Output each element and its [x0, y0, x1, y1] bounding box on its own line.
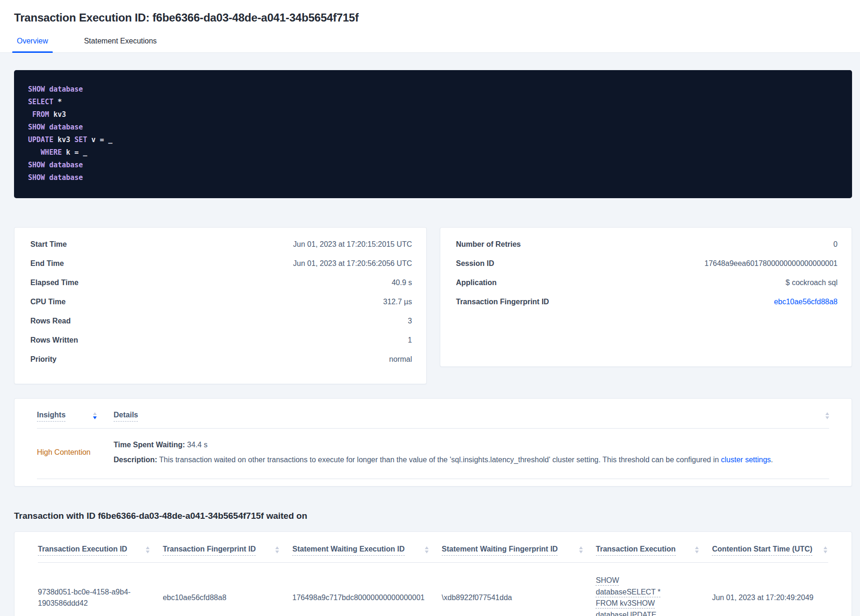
cell-stmt_waiting_fingerprint_id: \xdb8922f077541dda: [442, 575, 596, 616]
cell-txn_execution_id: 9738d051-bc0e-4158-a9b4-1903586ddd42: [38, 575, 163, 616]
time-spent-waiting-value: 34.4 s: [185, 441, 208, 449]
insights-table-header: Insights Details: [37, 399, 829, 429]
sql-line: FROM kv3: [28, 108, 839, 121]
summary-value: 1: [408, 336, 412, 344]
insights-card: Insights Details High Contention Time Sp…: [14, 398, 852, 487]
sql-text: [70, 136, 74, 144]
sort-down-icon: [695, 551, 699, 553]
summary-value: 0: [833, 240, 838, 249]
summary-label: CPU Time: [30, 298, 65, 306]
sql-line: WHERE k = _: [28, 146, 839, 159]
cell-transaction_execution: SHOW databaseSELECT * FROM kv3SHOW datab…: [596, 575, 712, 616]
column-header-stmt_waiting_fingerprint_id[interactable]: Statement Waiting Fingerprint ID: [442, 545, 596, 556]
summary-row: End TimeJun 01, 2023 at 17:20:56:2056 UT…: [30, 259, 412, 279]
summary-value: $ cockroach sql: [786, 279, 838, 287]
column-header-label: Statement Waiting Fingerprint ID: [442, 545, 558, 556]
tab-overview[interactable]: Overview: [17, 37, 48, 52]
sort-down-icon: [93, 416, 97, 419]
sort-up-icon: [695, 546, 699, 549]
cell-txn_fingerprint_id: ebc10ae56cfd88a8: [163, 575, 292, 616]
waited-table-header: Transaction Execution IDTransaction Fing…: [38, 532, 828, 563]
sql-line: SHOW database: [28, 83, 839, 96]
sort-down-icon: [425, 551, 429, 553]
column-header-label: Statement Waiting Execution ID: [292, 545, 404, 556]
sql-keyword: SHOW: [28, 173, 45, 182]
description-label: Description:: [114, 456, 157, 464]
insight-type-label: High Contention: [37, 448, 114, 457]
sort-arrows-icon: [275, 546, 279, 553]
sql-text: k: [66, 148, 70, 157]
column-header-label: Transaction Execution ID: [38, 545, 127, 556]
main-content: SHOW databaseSELECT * FROM kv3SHOW datab…: [0, 53, 860, 616]
sql-text: [49, 110, 53, 119]
summary-value: 40.9 s: [392, 279, 412, 287]
sort-down-icon: [825, 416, 829, 419]
column-header-transaction_execution[interactable]: Transaction Execution: [596, 545, 712, 556]
cell-stmt_waiting_execution_id: 176498a9c717bdc80000000000000001: [292, 575, 442, 616]
cell-text: ebc10ae56cfd88a8: [163, 592, 226, 604]
column-header-label: Insights: [37, 411, 65, 422]
column-header-txn_execution_id[interactable]: Transaction Execution ID: [38, 545, 163, 556]
cell-text: 176498a9c717bdc80000000000000001: [292, 592, 424, 604]
cell-text: \xdb8922f077541dda: [442, 592, 512, 604]
summary-card-right: Number of Retries0Session ID17648a9eea60…: [440, 227, 853, 367]
sort-up-icon: [825, 412, 829, 415]
sort-arrows-icon[interactable]: [825, 412, 829, 419]
sort-arrows-icon: [146, 546, 150, 553]
sql-keyword: UPDATE: [28, 136, 53, 144]
cell-text: Jun 01, 2023 at 17:20:49:2049: [712, 592, 813, 604]
page-header: Transaction Execution ID: f6be6366-da03-…: [0, 0, 860, 53]
column-header-contention_start_time[interactable]: Contention Start Time (UTC): [712, 545, 828, 556]
summary-label: Rows Written: [30, 336, 78, 344]
cell-text: 9738d051-bc0e-4158-a9b4-1903586ddd42: [38, 587, 150, 610]
summary-cards-row: Start TimeJun 01, 2023 at 17:20:15:2015 …: [14, 227, 852, 384]
column-header-txn_fingerprint_id[interactable]: Transaction Fingerprint ID: [163, 545, 292, 556]
sql-keyword: WHERE: [41, 148, 62, 157]
summary-row: Rows Written1: [30, 336, 412, 355]
tab-statement-executions[interactable]: Statement Executions: [84, 37, 157, 52]
sql-text: [53, 136, 57, 144]
summary-label: Priority: [30, 355, 57, 364]
description-text: This transaction waited on other transac…: [157, 456, 721, 464]
sql-text: kv3: [53, 110, 66, 119]
table-row: 9738d051-bc0e-4158-a9b4-1903586ddd42ebc1…: [38, 563, 828, 616]
sql-keyword: SET: [74, 136, 87, 144]
sql-line: SHOW database: [28, 172, 839, 184]
sql-text: [28, 110, 32, 119]
summary-value: normal: [389, 355, 412, 364]
sort-arrows-icon: [425, 546, 429, 553]
transaction-fingerprint-link[interactable]: ebc10ae56cfd88a8: [774, 298, 838, 306]
column-header-stmt_waiting_execution_id[interactable]: Statement Waiting Execution ID: [292, 545, 442, 556]
time-spent-waiting-label: Time Spent Waiting:: [114, 441, 185, 449]
sql-text: [45, 173, 49, 182]
summary-value: 3: [408, 317, 412, 325]
column-header-label: Transaction Execution: [596, 545, 676, 556]
sql-keyword: SHOW: [28, 161, 45, 169]
sort-up-icon: [425, 546, 429, 549]
column-header-label: Contention Start Time (UTC): [712, 545, 812, 556]
sql-keyword: SELECT: [28, 98, 53, 106]
sort-down-icon: [824, 551, 827, 553]
column-header-details[interactable]: Details: [114, 411, 138, 422]
sql-text: [62, 148, 66, 157]
waited-table-body: 9738d051-bc0e-4158-a9b4-1903586ddd42ebc1…: [38, 563, 828, 616]
sort-up-icon: [146, 546, 150, 549]
column-header-label: Transaction Fingerprint ID: [163, 545, 256, 556]
sql-text: = _: [70, 148, 87, 157]
summary-value: Jun 01, 2023 at 17:20:56:2056 UTC: [293, 259, 412, 268]
column-header-insights[interactable]: Insights: [37, 411, 114, 422]
summary-row: Number of Retries0: [456, 240, 838, 259]
cluster-settings-link[interactable]: cluster settings: [721, 456, 771, 464]
sql-text: = _: [96, 136, 113, 144]
summary-row: Rows Read3: [30, 317, 412, 336]
sql-keyword: database: [49, 123, 83, 131]
tabs: Overview Statement Executions: [14, 37, 846, 52]
sql-keyword: FROM: [32, 110, 49, 119]
summary-row: Application$ cockroach sql: [456, 279, 838, 298]
sql-line: UPDATE kv3 SET v = _: [28, 134, 839, 146]
sql-text: *: [57, 98, 62, 106]
summary-label: Start Time: [30, 240, 67, 249]
transaction-execution-link[interactable]: SHOW databaseSELECT * FROM kv3SHOW datab…: [596, 575, 676, 616]
summary-value: Jun 01, 2023 at 17:20:15:2015 UTC: [293, 240, 412, 249]
summary-row: Start TimeJun 01, 2023 at 17:20:15:2015 …: [30, 240, 412, 259]
